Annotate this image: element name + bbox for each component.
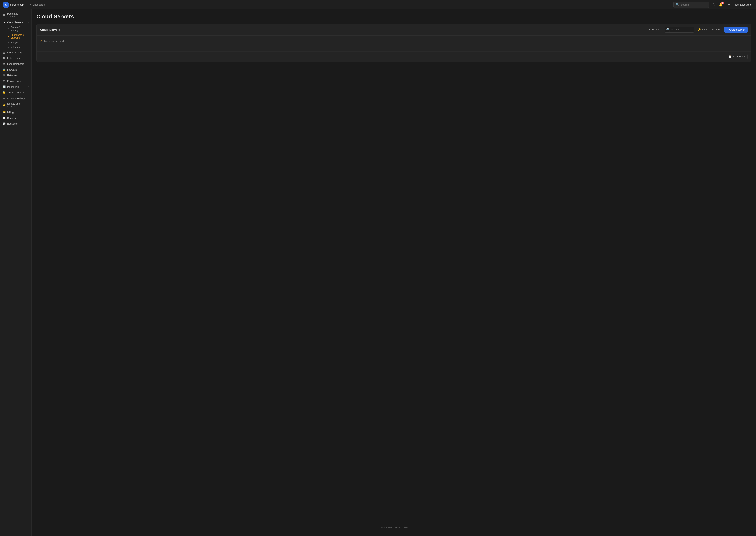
main-layout: 🖥 Dedicated Servers › ☁ Cloud Servers ⌄ …: [0, 10, 756, 536]
topnav-right: 🔍 ☽ 🔔 1 🛍 Test account ▾: [673, 2, 753, 8]
sidebar-item-create-manage[interactable]: Create & Manage: [6, 25, 31, 33]
sidebar-item-firewalls[interactable]: 🔒 Firewalls: [0, 67, 31, 73]
no-servers-text: No servers found: [44, 40, 64, 43]
reports-icon: 📄: [2, 117, 6, 119]
sidebar-item-label: Create & Manage: [11, 26, 29, 32]
no-servers-message: ⚠ No servers found: [40, 40, 747, 43]
search-input[interactable]: [681, 3, 707, 6]
footer-link-legal[interactable]: Legal: [402, 526, 408, 529]
sidebar-item-label: Cloud Storage: [7, 51, 23, 54]
sidebar-item-billing[interactable]: 💳 Billing ›: [0, 110, 31, 115]
sidebar-item-load-balancers[interactable]: ⚖ Load Balancers: [0, 61, 31, 67]
sidebar-item-private-racks[interactable]: ⊟ Private Racks: [0, 78, 31, 84]
chevron-right-icon: ›: [28, 86, 29, 88]
logo-icon: S: [3, 2, 9, 8]
global-search[interactable]: 🔍: [673, 2, 709, 8]
sidebar-item-kubernetes[interactable]: ⚙ Kubernetes: [0, 55, 31, 61]
sidebar-item-identity-access[interactable]: 🔑 Identity and Access ›: [0, 101, 31, 110]
account-label: Test account: [735, 3, 749, 6]
billing-icon: 💳: [2, 111, 6, 114]
sidebar-item-label: Identity and Access: [7, 103, 27, 108]
show-creds-label: Show credentials: [702, 28, 721, 31]
create-server-button[interactable]: + Create server: [724, 27, 747, 33]
ssl-icon: 🔐: [2, 91, 6, 94]
sidebar-item-label: Networks: [7, 74, 17, 77]
panel-title: Cloud Servers: [40, 28, 645, 31]
refresh-button[interactable]: ↻ Refresh: [647, 27, 663, 32]
sidebar-item-snapshots-backups[interactable]: Snapshots & Backups: [6, 33, 31, 40]
refresh-icon: ↻: [649, 28, 651, 31]
account-menu-button[interactable]: Test account ▾: [733, 2, 753, 7]
logo[interactable]: S servers.com: [3, 2, 27, 8]
main-content: Cloud Servers Cloud Servers ↻ Refresh 🔍 …: [32, 10, 756, 536]
logo-text: servers.com: [10, 3, 24, 6]
sidebar-item-volumes[interactable]: Volumes: [6, 45, 31, 50]
sidebar-item-reports[interactable]: 📄 Reports ›: [0, 115, 31, 121]
sidebar-item-label: Kubernetes: [7, 57, 20, 60]
chevron-right-icon: ›: [28, 14, 29, 17]
page-footer: Servers.com | Privacy | Legal: [36, 523, 751, 532]
theme-toggle-button[interactable]: ☽: [711, 2, 716, 7]
warning-icon: ⚠: [40, 40, 43, 43]
server-icon: 🖥: [2, 14, 6, 17]
panel-body: ⚠ No servers found: [37, 36, 751, 51]
sidebar-item-label: Volumes: [11, 46, 20, 49]
networks-icon: ⊞: [2, 74, 6, 77]
sidebar-item-images[interactable]: Images: [6, 40, 31, 45]
sidebar-item-label: Requests: [7, 122, 17, 125]
footer-link-privacy[interactable]: Privacy: [394, 526, 401, 529]
settings-icon: 👁: [2, 97, 6, 100]
kubernetes-icon: ⚙: [2, 57, 6, 60]
chevron-right-icon: ›: [28, 104, 29, 107]
sidebar-item-label: Firewalls: [7, 68, 17, 71]
breadcrumb: ≡ Dashboard: [30, 3, 45, 6]
sidebar-item-label: Cloud Servers: [7, 21, 23, 24]
sidebar-item-dedicated-servers[interactable]: 🖥 Dedicated Servers ›: [0, 11, 31, 19]
account-chevron-icon: ▾: [750, 3, 751, 6]
notification-badge: 1: [721, 2, 724, 4]
chevron-down-icon: ⌄: [27, 21, 29, 23]
panel-search[interactable]: 🔍: [665, 27, 694, 33]
sidebar-item-label: Dedicated Servers: [7, 13, 27, 18]
sidebar-item-ssl-certificates[interactable]: 🔐 SSL certificates: [0, 90, 31, 95]
cloud-servers-panel: Cloud Servers ↻ Refresh 🔍 🔑 Show credent…: [36, 24, 751, 62]
storage-icon: 🗄: [2, 51, 6, 54]
sidebar-item-label: Monitoring: [7, 85, 18, 88]
dot-icon: [8, 42, 9, 43]
sidebar-item-label: Account settings: [7, 97, 25, 100]
cloud-servers-submenu: Create & Manage Snapshots & Backups Imag…: [0, 25, 31, 50]
chevron-right-icon: ›: [28, 117, 29, 119]
sidebar-item-label: Private Racks: [7, 80, 22, 83]
lb-icon: ⚖: [2, 62, 6, 65]
panel-header: Cloud Servers ↻ Refresh 🔍 🔑 Show credent…: [37, 24, 751, 36]
sidebar-item-requests[interactable]: 💬 Requests: [0, 121, 31, 127]
sidebar: 🖥 Dedicated Servers › ☁ Cloud Servers ⌄ …: [0, 10, 32, 536]
sidebar-item-cloud-servers[interactable]: ☁ Cloud Servers ⌄: [0, 19, 31, 25]
chevron-right-icon: ›: [28, 74, 29, 77]
footer-link-servers[interactable]: Servers.com: [380, 526, 392, 529]
sidebar-item-label: Load Balancers: [7, 63, 24, 65]
sidebar-item-cloud-storage[interactable]: 🗄 Cloud Storage: [0, 50, 31, 55]
requests-icon: 💬: [2, 122, 6, 125]
monitoring-icon: 📊: [2, 85, 6, 88]
notifications-button[interactable]: 🔔 1: [718, 2, 724, 7]
topnav: S servers.com ≡ Dashboard 🔍 ☽ 🔔 1 🛍 Test…: [0, 0, 756, 10]
cart-button[interactable]: 🛍: [726, 2, 731, 7]
sidebar-item-networks[interactable]: ⊞ Networks ›: [0, 73, 31, 78]
sidebar-item-label: Snapshots & Backups: [11, 34, 29, 39]
panel-actions: ↻ Refresh 🔍 🔑 Show credentials + Create …: [647, 27, 747, 33]
identity-icon: 🔑: [2, 104, 6, 107]
dashboard-icon: ≡: [30, 4, 31, 6]
panel-footer: 📋 View report: [37, 51, 751, 62]
dot-icon: [8, 36, 9, 37]
create-server-label: + Create server: [727, 28, 745, 31]
sidebar-item-account-settings[interactable]: 👁 Account settings: [0, 95, 31, 101]
show-credentials-button[interactable]: 🔑 Show credentials: [696, 27, 722, 32]
panel-search-input[interactable]: [671, 28, 692, 31]
firewall-icon: 🔒: [2, 68, 6, 71]
sidebar-item-label: Billing: [7, 111, 14, 114]
cloud-icon: ☁: [2, 21, 6, 24]
sidebar-item-monitoring[interactable]: 📊 Monitoring ›: [0, 84, 31, 90]
view-report-button[interactable]: 📋 View report: [726, 54, 747, 59]
racks-icon: ⊟: [2, 80, 6, 83]
